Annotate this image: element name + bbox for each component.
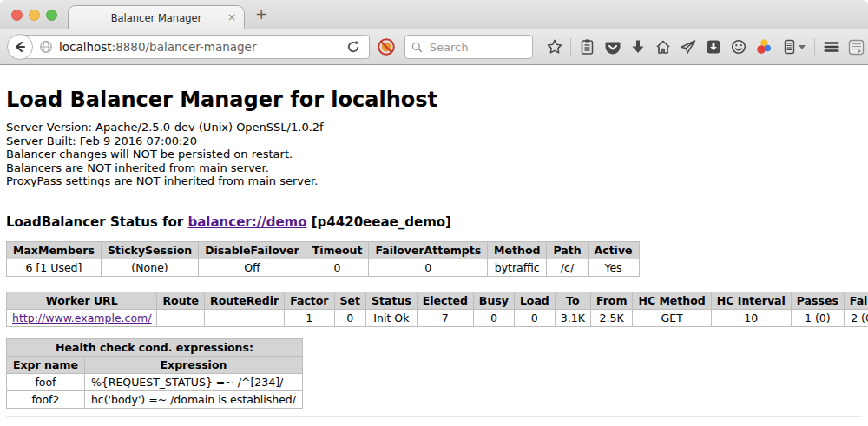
separator — [6, 416, 862, 417]
server-built-line: Server Built: Feb 9 2016 07:00:20 — [6, 134, 862, 148]
url-bar[interactable]: localhost:8880/balancer-manager — [19, 35, 370, 59]
server-info: Server Version: Apache/2.5.0-dev (Unix) … — [6, 121, 862, 188]
home-icon — [654, 38, 672, 56]
globe-icon — [39, 40, 53, 54]
table-row: http://www.example.com/ 1 0 Init Ok 7 0 … — [7, 309, 868, 326]
column-header: Elected — [417, 292, 473, 309]
zoom-window-button[interactable] — [46, 10, 57, 21]
cell-factor: 1 — [285, 309, 334, 326]
title-bar: Balancer Manager × + — [0, 0, 868, 29]
cell-to: 3.1K — [555, 309, 590, 326]
close-window-button[interactable] — [11, 10, 23, 21]
chevron-down-icon[interactable] — [799, 45, 806, 49]
tab-groups-button[interactable] — [844, 34, 868, 60]
feedback-smiley-button[interactable] — [726, 34, 751, 60]
cell-expression: %{REQUEST_STATUS} =~ /^[234]/ — [84, 373, 302, 390]
table-row: foof2 hc('body') =~ /domain is establish… — [7, 390, 303, 408]
column-header: Fails — [844, 292, 868, 309]
cell-passes: 1 (0) — [791, 309, 844, 326]
tab-groups-icon — [847, 38, 865, 56]
cell-fails: 2 (0) — [844, 309, 868, 326]
browser-window: Balancer Manager × + localhost:8880/bala… — [0, 0, 868, 426]
cell-failoverattempts: 0 — [369, 259, 488, 276]
health-table-title: Health check cond. expressions: — [7, 338, 303, 356]
balancer-settings-table: MaxMembers StickySession DisableFailover… — [6, 241, 640, 277]
menu-icon — [823, 38, 840, 56]
addon-square-download-icon — [705, 38, 722, 56]
downloads-button[interactable] — [625, 34, 650, 60]
navigation-toolbar: localhost:8880/balancer-manager — [0, 29, 868, 65]
window-controls — [11, 10, 57, 21]
cell-load: 0 — [514, 309, 555, 326]
reload-icon — [346, 40, 360, 54]
cell-routeredir — [205, 309, 285, 326]
colored-dots-icon — [755, 38, 773, 56]
feedback-smiley-icon — [730, 38, 747, 56]
balancer-demo-link[interactable]: balancer://demo — [187, 214, 306, 230]
column-header: RouteRedir — [205, 292, 285, 309]
cell-from: 2.5K — [590, 309, 633, 326]
cell-path: /c/ — [547, 259, 588, 276]
cell-set: 0 — [334, 309, 365, 326]
column-header: Expression — [84, 356, 302, 373]
home-button[interactable] — [650, 34, 675, 60]
cell-expression: hc('body') =~ /domain is established/ — [84, 390, 302, 408]
menu-button[interactable] — [819, 34, 844, 60]
column-header: Passes — [791, 292, 844, 309]
cell-worker-url: http://www.example.com/ — [7, 309, 157, 326]
column-header: MaxMembers — [7, 241, 102, 259]
cell-hc-method: GET — [633, 309, 711, 326]
page-content: Load Balancer Manager for localhost Serv… — [0, 65, 868, 426]
cell-status: Init Ok — [366, 309, 418, 326]
table-header-row: Worker URL Route RouteRedir Factor Set S… — [7, 292, 868, 309]
worker-url-link[interactable]: http://www.example.com/ — [12, 311, 151, 324]
column-header: From — [590, 292, 633, 309]
urlbar-divider — [339, 38, 339, 56]
worker-status-table: Worker URL Route RouteRedir Factor Set S… — [6, 292, 868, 327]
cell-active: Yes — [588, 259, 639, 276]
bookmark-star-button[interactable] — [542, 34, 567, 60]
column-header: Route — [157, 292, 205, 309]
back-button[interactable] — [7, 34, 33, 60]
bookmark-star-icon — [546, 38, 563, 56]
search-bar[interactable] — [404, 35, 533, 59]
column-header: StickySession — [101, 241, 198, 259]
page-title: Load Balancer Manager for localhost — [6, 88, 862, 112]
send-page-button[interactable] — [675, 34, 700, 60]
url-path: :8880/balancer-manager — [112, 40, 257, 54]
bookmarks-menu-button[interactable] — [575, 34, 600, 60]
pocket-icon — [604, 39, 621, 56]
passwords-addon-button[interactable] — [776, 34, 811, 60]
table-header-row: Expr name Expression — [7, 356, 303, 373]
new-tab-button[interactable]: + — [255, 7, 267, 22]
server-version-line: Server Version: Apache/2.5.0-dev (Unix) … — [6, 121, 862, 134]
tab-close-icon[interactable]: × — [227, 12, 236, 23]
column-header: FailoverAttempts — [369, 241, 488, 259]
back-icon — [12, 39, 28, 55]
inherit-note-line: Balancers are NOT inherited from main se… — [6, 161, 862, 175]
url-domain: localhost — [59, 40, 112, 54]
balancer-status-heading: LoadBalancer Status for balancer://demo … — [6, 214, 862, 230]
minimize-window-button[interactable] — [29, 10, 40, 21]
cell-route — [157, 309, 205, 326]
url-text[interactable]: localhost:8880/balancer-manager — [59, 40, 256, 54]
plugin-blocked-icon — [377, 37, 396, 56]
search-input[interactable] — [428, 40, 526, 55]
column-header: Set — [334, 292, 365, 309]
cell-elected: 7 — [417, 309, 473, 326]
column-header: Method — [488, 241, 547, 259]
colored-dots-addon-button[interactable] — [751, 34, 776, 60]
persist-note-line: Balancer changes will NOT be persisted o… — [6, 147, 862, 161]
plugin-blocked-button[interactable] — [377, 37, 396, 56]
addon-square-download-button[interactable] — [700, 34, 726, 60]
cell-busy: 0 — [473, 309, 514, 326]
cell-method: bytraffic — [488, 259, 547, 276]
pocket-button[interactable] — [600, 34, 625, 60]
toolbar-icons — [542, 34, 868, 60]
cell-hc-interval: 10 — [711, 309, 791, 326]
toolbar-divider — [814, 38, 815, 56]
heading-prefix: LoadBalancer Status for — [6, 214, 187, 230]
reload-button[interactable] — [341, 36, 365, 58]
cell-disablefailover: Off — [199, 259, 306, 276]
tab-balancer-manager[interactable]: Balancer Manager × — [68, 5, 245, 29]
